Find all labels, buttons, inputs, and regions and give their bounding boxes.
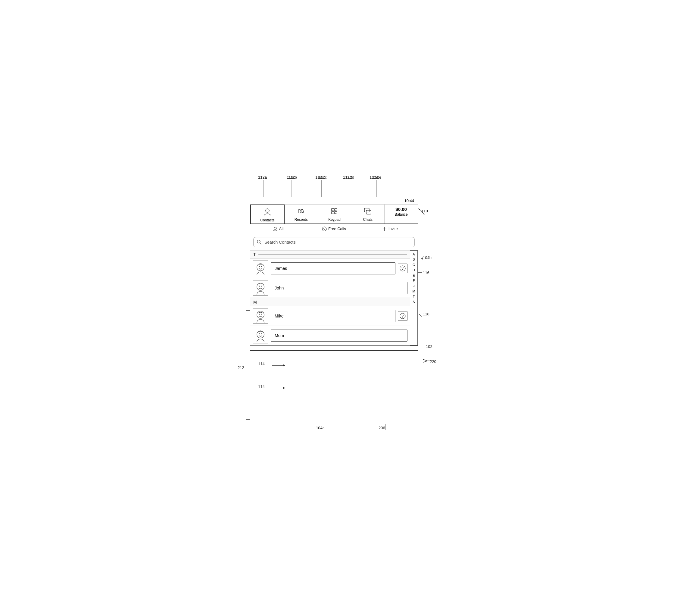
contact-row-james[interactable]: James V	[250, 259, 410, 278]
svg-line-21	[423, 361, 427, 363]
contact-row-mike[interactable]: Mike V	[250, 306, 410, 326]
sub-tab-bar[interactable]: All V Free Calls Invite	[250, 224, 418, 234]
bottom-bar	[250, 345, 418, 350]
subtab-invite-label: Invite	[388, 226, 398, 231]
balance-icon: $0.00	[396, 207, 407, 211]
svg-line-20	[423, 360, 427, 361]
svg-point-49	[257, 240, 260, 243]
viber-badge-james: V	[400, 266, 406, 272]
subtab-free-calls-label: Free Calls	[328, 226, 346, 231]
alpha-c[interactable]: C	[413, 263, 415, 268]
alpha-m[interactable]: M	[412, 289, 415, 294]
ann-102: 102	[426, 344, 433, 349]
tab-balance-label: Balance	[395, 212, 408, 217]
plus-icon	[382, 226, 387, 231]
tab-contacts[interactable]: Contacts	[250, 205, 285, 224]
svg-text:V: V	[402, 314, 404, 318]
ann-118: 118	[423, 312, 430, 316]
svg-line-50	[260, 243, 261, 244]
contact-row-john[interactable]: John	[250, 278, 410, 298]
svg-point-58	[261, 286, 262, 287]
alpha-s[interactable]: S	[413, 299, 415, 305]
alpha-d[interactable]: D	[413, 268, 415, 273]
contact-name-mom: Mom	[271, 329, 408, 341]
phone-ui: 10:44 Contacts	[250, 197, 418, 351]
face-james	[254, 262, 267, 275]
svg-text:V: V	[402, 267, 404, 270]
ann-112b: 112b	[287, 175, 296, 180]
ann-104a: 104a	[316, 426, 325, 430]
search-bar[interactable]: Search Contacts	[253, 237, 415, 247]
section-dash-t	[258, 254, 407, 254]
contact-list-main: T	[250, 250, 410, 345]
viber-badge-mike: V	[400, 313, 406, 319]
status-bar: 10:44	[250, 197, 418, 205]
svg-point-31	[266, 209, 269, 212]
avatar-mike	[253, 308, 268, 324]
section-header-m: M	[250, 298, 410, 306]
subtab-all[interactable]: All	[250, 224, 306, 234]
time-display: 10:44	[404, 199, 414, 203]
contact-row-mom[interactable]: Mom	[250, 326, 410, 345]
tab-balance[interactable]: $0.00 Balance	[384, 205, 418, 223]
svg-point-57	[259, 286, 260, 287]
tab-chats-label: Chats	[363, 217, 372, 222]
james-name: James	[275, 266, 287, 271]
svg-point-61	[261, 314, 262, 314]
ann-114-3: 114	[258, 362, 265, 366]
alpha-j[interactable]: J	[413, 284, 415, 289]
svg-line-10	[419, 314, 422, 317]
mike-badge[interactable]: V	[398, 311, 408, 321]
svg-point-51	[257, 264, 264, 271]
subtab-invite[interactable]: Invite	[362, 224, 418, 234]
section-letter-t: T	[253, 252, 256, 257]
alpha-a[interactable]: A	[413, 252, 415, 257]
keypad-icon: 1 2 3 4	[330, 207, 339, 217]
search-placeholder: Search Contacts	[264, 240, 296, 244]
ann-206: 206	[378, 426, 385, 430]
tab-chats[interactable]: Chats	[351, 205, 384, 223]
subtab-free-calls[interactable]: V Free Calls	[306, 224, 362, 234]
svg-text:4: 4	[335, 212, 336, 214]
svg-text:3: 3	[332, 212, 333, 214]
ann-110: 110	[421, 209, 428, 213]
svg-marker-28	[283, 364, 285, 367]
tab-keypad-label: Keypad	[328, 217, 341, 222]
face-john	[254, 281, 267, 295]
tab-contacts-label: Contacts	[260, 218, 274, 222]
tab-bar[interactable]: Contacts Recents	[250, 205, 418, 224]
john-name: John	[275, 286, 284, 290]
ann-112c: 112c	[315, 175, 324, 180]
ann-220: 220	[430, 360, 436, 364]
svg-text:2: 2	[335, 209, 336, 211]
page-container: 112a 112b 112c 112d 112e	[214, 173, 460, 444]
svg-point-65	[259, 333, 260, 334]
tab-recents[interactable]: Recents	[285, 205, 318, 223]
tab-keypad[interactable]: 1 2 3 4 Keypad	[318, 205, 351, 223]
ann-112e: 112e	[369, 175, 378, 180]
face-mike	[254, 309, 267, 323]
alpha-f[interactable]: F	[413, 278, 415, 284]
svg-text:V: V	[323, 228, 325, 231]
alpha-b[interactable]: B	[413, 257, 415, 263]
avatar-james	[253, 261, 268, 276]
svg-point-56	[257, 283, 264, 290]
svg-point-52	[259, 266, 260, 267]
svg-point-66	[261, 333, 262, 334]
contacts-icon	[263, 208, 272, 217]
alpha-e[interactable]: E	[413, 273, 415, 278]
section-letter-m: M	[253, 300, 257, 305]
mike-name: Mike	[275, 314, 284, 318]
chats-icon	[363, 207, 372, 217]
svg-point-60	[259, 314, 260, 314]
face-mom	[254, 329, 267, 342]
james-badge[interactable]: V	[398, 264, 408, 273]
svg-marker-30	[283, 387, 285, 389]
contact-list: T	[250, 250, 418, 345]
ann-112a: 112a	[258, 175, 267, 180]
section-header-t: T	[250, 250, 410, 259]
alphabet-index[interactable]: A B C D E F J M T S	[410, 250, 418, 345]
tab-recents-label: Recents	[295, 217, 308, 222]
ann-112d: 112d	[343, 175, 352, 180]
alpha-t[interactable]: T	[413, 294, 415, 299]
